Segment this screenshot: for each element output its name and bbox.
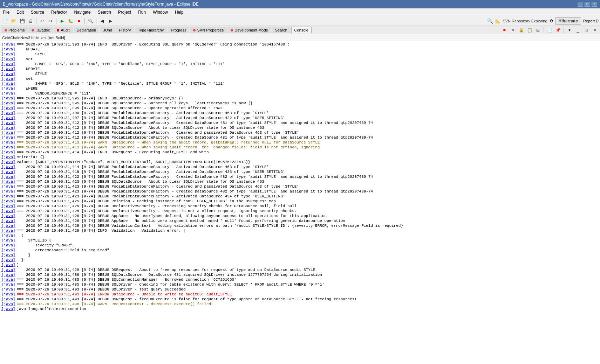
window-controls[interactable]: − □ × <box>578 2 597 7</box>
java-tag[interactable]: [java] <box>1 233 15 238</box>
java-tag[interactable]: [java] <box>1 189 15 194</box>
java-tag[interactable]: [java] <box>1 52 15 57</box>
java-tag[interactable]: [java] <box>1 81 15 86</box>
java-tag[interactable]: [java] <box>1 145 15 150</box>
menu-search[interactable]: Search <box>96 9 112 15</box>
java-tag[interactable]: [java] <box>1 248 15 253</box>
java-tag[interactable]: [java] <box>1 111 15 115</box>
java-tag[interactable]: [java] <box>1 135 15 140</box>
java-tag[interactable]: [java] <box>1 150 15 155</box>
java-tag[interactable]: [java] <box>1 194 15 199</box>
java-tag[interactable]: [java] <box>1 199 15 204</box>
menu-window[interactable]: Window <box>151 9 169 15</box>
java-tag[interactable]: [java] <box>1 179 15 184</box>
undo-button[interactable]: ↩ <box>38 17 46 25</box>
stop-button[interactable]: ■ <box>75 17 83 25</box>
java-tag[interactable]: [java] <box>1 164 15 169</box>
tab-javadoc[interactable]: .javadoc <box>28 27 53 33</box>
forward-button[interactable]: ▶ <box>107 17 114 25</box>
java-tag[interactable]: [java] <box>1 253 15 258</box>
java-tag[interactable]: [java] <box>1 155 15 160</box>
tab-progress[interactable]: Progress <box>168 27 189 33</box>
open-button[interactable]: 📂 <box>10 17 18 25</box>
java-tag[interactable]: [java] <box>1 209 15 214</box>
java-tag[interactable]: [java] <box>1 228 15 233</box>
tab-junit[interactable]: JUnit <box>100 27 115 33</box>
java-tag[interactable]: [java] <box>1 125 15 130</box>
java-tag[interactable]: [java] <box>1 204 15 209</box>
save-button[interactable]: 💾 <box>18 17 26 25</box>
console-minimize-button[interactable]: _ <box>574 26 582 34</box>
java-tag[interactable]: [java] <box>1 307 15 312</box>
java-tag[interactable]: [java] <box>1 277 15 282</box>
java-tag[interactable]: [java] <box>1 223 15 228</box>
tab-history[interactable]: History <box>116 27 134 33</box>
menu-file[interactable]: File <box>1 9 11 15</box>
java-tag[interactable]: [java] <box>1 47 15 52</box>
tab-search[interactable]: Search <box>272 27 291 33</box>
java-tag[interactable]: [java] <box>1 302 15 307</box>
run-button[interactable]: ▶ <box>58 17 66 25</box>
java-tag[interactable]: [java] <box>1 91 15 96</box>
java-tag[interactable]: [java] <box>1 174 15 179</box>
tab-console[interactable]: Console <box>291 27 312 33</box>
print-button[interactable]: 🖨 <box>27 17 34 25</box>
console-menu-button[interactable]: ▾ <box>566 26 573 34</box>
console-stop-button[interactable]: ■ <box>500 26 508 34</box>
java-tag[interactable]: [java] <box>1 282 15 287</box>
console-scroll-lock-button[interactable]: 🔒 <box>517 26 525 34</box>
hibernate-button[interactable]: Hibernate <box>555 18 581 24</box>
java-tag[interactable]: [java] <box>1 66 15 71</box>
console-collapse-button[interactable]: ⊟ <box>534 26 542 34</box>
console-close-button[interactable]: ✕ <box>591 26 599 34</box>
tab-type-hierarchy[interactable]: Type Hierarchy <box>135 27 167 33</box>
java-tag[interactable]: [java] <box>1 57 15 62</box>
java-tag[interactable]: [java] <box>1 42 15 47</box>
java-tag[interactable]: [java] <box>1 140 15 145</box>
menu-refactor[interactable]: Refactor <box>50 9 68 15</box>
java-tag[interactable]: [java] <box>1 214 15 218</box>
java-tag[interactable]: [java] <box>1 272 15 277</box>
tab-svn-props[interactable]: SVN Properties <box>190 27 227 33</box>
new-button[interactable]: 📄 <box>1 17 9 25</box>
menu-edit[interactable]: Edit <box>15 9 25 15</box>
java-tag[interactable]: [java] <box>1 238 15 243</box>
java-tag[interactable]: [java] <box>1 267 15 272</box>
debug-button[interactable]: 🐛 <box>67 17 74 25</box>
menu-navigate[interactable]: Navigate <box>73 9 92 15</box>
console-output[interactable]: [java]=== 2020-07-26 19:00:31,393 [9-74]… <box>0 41 600 364</box>
console-maximize-button[interactable]: □ <box>582 26 590 34</box>
tab-declaration[interactable]: Declaration <box>74 27 100 33</box>
menu-run[interactable]: Run <box>137 9 147 15</box>
close-button[interactable]: × <box>592 2 597 7</box>
java-tag[interactable]: [java] <box>1 262 15 267</box>
java-tag[interactable]: [java] <box>1 101 15 106</box>
java-tag[interactable]: [java] <box>1 115 15 120</box>
redo-button[interactable]: ↪ <box>47 17 54 25</box>
java-tag[interactable]: [java] <box>1 106 15 111</box>
tab-problems[interactable]: Problems <box>1 27 28 33</box>
java-tag[interactable]: [java] <box>1 218 15 223</box>
java-tag[interactable]: [java] <box>1 292 15 297</box>
tab-audit[interactable]: Audit <box>54 27 73 33</box>
java-tag[interactable]: [java] <box>1 130 15 135</box>
java-tag[interactable]: [java] <box>1 86 15 91</box>
java-tag[interactable]: [java] <box>1 62 15 66</box>
java-tag[interactable]: [java] <box>1 120 15 125</box>
menu-project[interactable]: Project <box>117 9 132 15</box>
java-tag[interactable]: [java] <box>1 96 15 101</box>
java-tag[interactable]: [java] <box>1 297 15 302</box>
console-clear-button[interactable]: ✕ <box>509 26 517 34</box>
minimize-button[interactable]: − <box>578 2 583 7</box>
console-copy-button[interactable]: 📋 <box>526 26 533 34</box>
menu-help[interactable]: Help <box>173 9 185 15</box>
tab-dev-mode[interactable]: Development Mode <box>227 27 271 33</box>
back-button[interactable]: ◀ <box>98 17 106 25</box>
console-open-file-button[interactable]: 📄 <box>546 26 553 34</box>
java-tag[interactable]: [java] <box>1 160 15 164</box>
java-tag[interactable]: [java] <box>1 243 15 248</box>
java-tag[interactable]: [java] <box>1 76 15 81</box>
java-tag[interactable]: [java] <box>1 169 15 174</box>
java-tag[interactable]: [java] <box>1 71 15 76</box>
java-tag[interactable]: [java] <box>1 184 15 189</box>
